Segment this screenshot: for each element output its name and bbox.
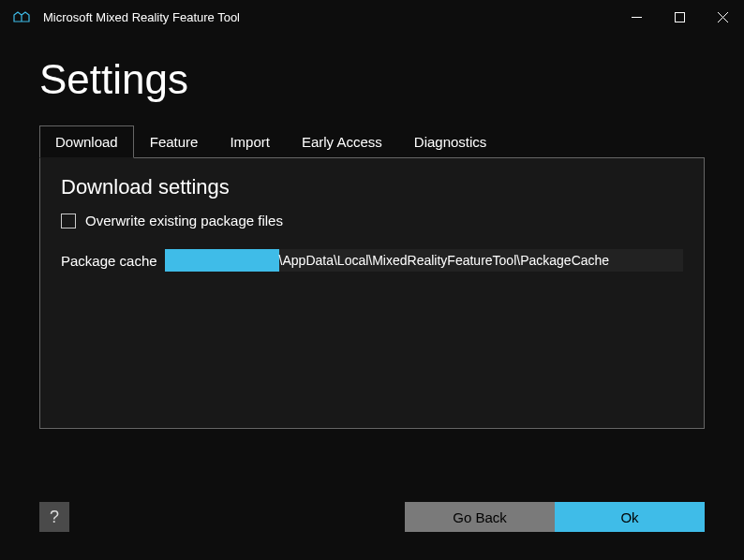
tab-content-download: Download settings Overwrite existing pac…: [39, 157, 705, 429]
overwrite-checkbox-label: Overwrite existing package files: [85, 213, 283, 228]
footer-buttons: Go Back Ok: [405, 502, 705, 532]
tabs: Download Feature Import Early Access Dia…: [39, 125, 744, 158]
tab-diagnostics[interactable]: Diagnostics: [398, 125, 503, 158]
maximize-button[interactable]: [658, 0, 701, 34]
app-icon: [13, 10, 30, 23]
footer: ? Go Back Ok: [39, 502, 705, 532]
close-button[interactable]: [701, 0, 744, 34]
overwrite-checkbox[interactable]: [61, 214, 76, 228]
minimize-button[interactable]: [615, 0, 658, 34]
help-button[interactable]: ?: [39, 502, 69, 532]
svg-rect-1: [675, 12, 684, 22]
package-cache-input[interactable]: \AppData\Local\MixedRealityFeatureTool\P…: [165, 249, 683, 272]
section-title: Download settings: [61, 175, 683, 199]
ok-button[interactable]: Ok: [555, 502, 705, 532]
package-cache-row: Package cache \AppData\Local\MixedRealit…: [61, 249, 683, 272]
titlebar: Microsoft Mixed Reality Feature Tool: [0, 0, 744, 34]
package-cache-redacted: [165, 249, 279, 272]
overwrite-checkbox-row: Overwrite existing package files: [61, 213, 683, 228]
tab-early-access[interactable]: Early Access: [286, 125, 398, 158]
go-back-button[interactable]: Go Back: [405, 502, 555, 532]
window-controls: [615, 0, 744, 34]
page-title: Settings: [0, 34, 744, 125]
window-title: Microsoft Mixed Reality Feature Tool: [43, 10, 615, 24]
tab-feature[interactable]: Feature: [134, 125, 215, 158]
tab-download[interactable]: Download: [39, 125, 134, 158]
package-cache-label: Package cache: [61, 253, 157, 269]
package-cache-path-text: \AppData\Local\MixedRealityFeatureTool\P…: [279, 253, 610, 268]
tab-import[interactable]: Import: [214, 125, 286, 158]
